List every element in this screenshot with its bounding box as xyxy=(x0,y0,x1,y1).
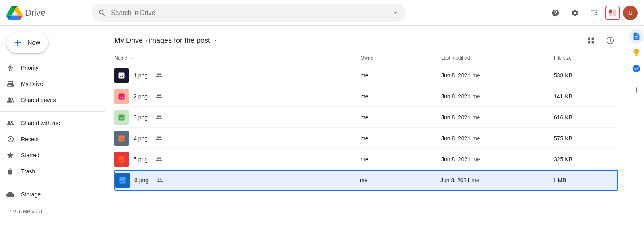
file-thumbnail xyxy=(114,152,129,167)
sidebar-label-recent: Recent xyxy=(21,136,39,142)
breadcrumb-dropdown-icon[interactable] xyxy=(212,37,219,44)
file-type-icon xyxy=(118,92,126,100)
help-button[interactable] xyxy=(547,5,564,21)
sidebar-item-priority[interactable]: Priority xyxy=(0,60,98,76)
sidebar-divider-1 xyxy=(0,111,105,112)
file-modified-date: Jun 8, 2021 xyxy=(441,156,471,163)
storage-info: 115.6 MB used xyxy=(0,202,105,221)
svg-rect-3 xyxy=(613,13,616,16)
sidebar-item-storage[interactable]: Storage xyxy=(0,186,98,202)
file-owner: me xyxy=(361,93,441,100)
file-type-icon xyxy=(118,113,126,121)
file-thumbnail xyxy=(114,89,129,104)
sidebar-label-trash: Trash xyxy=(21,168,35,175)
sidebar-item-trash[interactable]: Trash xyxy=(0,163,98,179)
share-icon xyxy=(156,72,162,79)
file-modified-by: me xyxy=(471,177,479,184)
file-modified-by: me xyxy=(472,72,480,79)
file-name: 5.png xyxy=(134,156,148,163)
drive-logo-icon xyxy=(6,5,23,21)
file-modified-cell: Jun 8, 2021 me xyxy=(440,177,553,184)
logo-area: Drive xyxy=(6,5,87,21)
breadcrumb-current-folder[interactable]: images for the post xyxy=(149,36,219,45)
file-thumbnail xyxy=(114,131,129,146)
file-modified-cell: Jun 8, 2021 me xyxy=(441,135,554,142)
storage-icon xyxy=(6,190,14,198)
add-panel-button[interactable] xyxy=(629,83,644,97)
sidebar-item-my-drive[interactable]: My Drive xyxy=(0,76,98,92)
file-size: 538 KB xyxy=(554,72,618,79)
file-thumbnail xyxy=(114,110,129,125)
storage-used-label: 115.6 MB used xyxy=(10,209,42,215)
user-avatar[interactable]: U xyxy=(623,6,638,20)
column-last-modified[interactable]: Last modified xyxy=(441,55,554,61)
topbar-right: U xyxy=(547,5,638,21)
file-name-cell: 1.png xyxy=(114,68,361,83)
right-panel-divider xyxy=(632,79,641,79)
sidebar-item-shared-with-me[interactable]: Shared with me xyxy=(0,115,98,131)
file-owner: me xyxy=(361,114,441,121)
tasks-icon-btn[interactable] xyxy=(629,61,644,76)
file-modified-by: me xyxy=(472,93,480,100)
table-row[interactable]: 2.png me Jun 8, 2021 me 141 KB xyxy=(114,86,618,107)
breadcrumb-actions xyxy=(583,32,618,48)
settings-button[interactable] xyxy=(567,5,583,21)
search-bar[interactable] xyxy=(92,4,406,22)
new-label: New xyxy=(27,39,40,46)
file-modified-by: me xyxy=(472,156,480,163)
sidebar: New Priority My Drive Shared drives xyxy=(0,26,105,244)
sidebar-label-shared-drives: Shared drives xyxy=(21,97,56,103)
special-app-icon[interactable] xyxy=(605,6,620,20)
sort-asc-icon xyxy=(129,55,135,61)
priority-icon xyxy=(6,64,14,72)
content-area: My Drive › images for the post xyxy=(105,26,628,244)
file-name: 2.png xyxy=(134,93,148,100)
sidebar-item-recent[interactable]: Recent xyxy=(0,131,98,147)
sidebar-label-shared-with-me: Shared with me xyxy=(21,120,60,126)
sidebar-item-shared-drives[interactable]: Shared drives xyxy=(0,92,98,108)
sidebar-item-starred[interactable]: Starred xyxy=(0,147,98,163)
table-row[interactable]: 6.png me Jun 8, 2021 me 1 MB xyxy=(114,170,618,191)
breadcrumb-root[interactable]: My Drive xyxy=(114,36,143,45)
sidebar-label-my-drive: My Drive xyxy=(21,81,43,87)
table-row[interactable]: 5.png me Jun 8, 2021 me 325 KB xyxy=(114,149,618,170)
table-row[interactable]: 3.png me Jun 8, 2021 me 616 KB xyxy=(114,107,618,128)
my-drive-icon xyxy=(6,80,14,88)
plus-icon xyxy=(13,38,23,48)
breadcrumb: My Drive › images for the post xyxy=(105,26,628,52)
shared-with-me-icon xyxy=(6,119,14,127)
column-file-size[interactable]: File size xyxy=(554,55,618,61)
file-modified-cell: Jun 8, 2021 me xyxy=(441,72,554,79)
grid-view-button[interactable] xyxy=(583,32,599,48)
file-type-icon xyxy=(118,134,126,142)
file-name-cell: 6.png xyxy=(115,173,360,188)
table-header: Name Owner Last modified File size xyxy=(114,52,618,65)
sidebar-label-starred: Starred xyxy=(21,152,39,158)
column-owner[interactable]: Owner xyxy=(361,55,441,61)
column-name[interactable]: Name xyxy=(114,55,361,61)
info-button[interactable] xyxy=(602,32,618,48)
file-name: 3.png xyxy=(134,114,148,121)
file-size: 575 KB xyxy=(554,135,618,142)
file-type-icon xyxy=(118,71,126,79)
table-row[interactable]: 4.png me Jun 8, 2021 me 575 KB xyxy=(114,128,618,149)
sidebar-divider-2 xyxy=(0,183,105,183)
file-name: 6.png xyxy=(134,177,149,184)
breadcrumb-current-label: images for the post xyxy=(149,36,210,45)
file-owner: me xyxy=(361,156,441,163)
table-row[interactable]: 1.png me Jun 8, 2021 me 538 KB xyxy=(114,65,618,86)
share-icon xyxy=(157,177,163,184)
file-modified-date: Jun 8, 2021 xyxy=(441,72,471,79)
file-name: 4.png xyxy=(134,135,148,142)
file-size: 1 MB xyxy=(553,177,617,184)
trash-icon xyxy=(6,167,14,175)
keep-icon-btn[interactable] xyxy=(629,45,644,60)
apps-button[interactable] xyxy=(586,5,602,21)
search-input[interactable] xyxy=(111,9,387,17)
search-dropdown-icon[interactable] xyxy=(392,9,399,17)
file-modified-date: Jun 8, 2021 xyxy=(441,114,471,121)
google-docs-icon-btn[interactable] xyxy=(629,29,644,44)
starred-icon xyxy=(6,151,14,159)
file-size: 325 KB xyxy=(554,156,618,163)
new-button[interactable]: New xyxy=(6,32,48,53)
